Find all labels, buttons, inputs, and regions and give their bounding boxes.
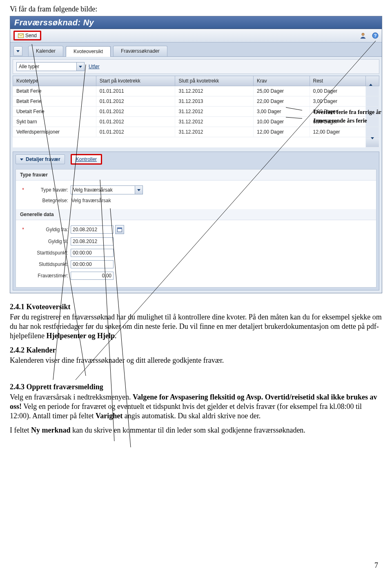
type-label: Type fravær: (24, 187, 71, 193)
form-area: Type fravær * Type fravær: Velg fraværså… (16, 169, 376, 288)
anno-innevarende: Inneværende års ferie (314, 116, 381, 125)
table-cell: 01.01.2011 (96, 86, 175, 96)
svg-rect-5 (118, 228, 122, 229)
scroll-down-button[interactable] (366, 137, 379, 147)
type-select-value: Velg fraværsårsak (73, 187, 113, 193)
table-cell: 31.12.2013 (175, 96, 254, 107)
table-row[interactable]: Betalt Ferie01.01.201231.12.201322,00 Da… (13, 96, 379, 107)
table-cell: 12,00 Dager (310, 127, 366, 137)
tab-kalender[interactable]: Kalender (28, 46, 63, 56)
table-cell: 01.01.2012 (96, 127, 175, 137)
fra-input[interactable] (71, 225, 114, 234)
section-title: Detaljer fravær (26, 156, 60, 162)
heading-243: 2.4.3 Opprett fraværsmelding (10, 382, 382, 392)
p244c: kan du skrive en kommentar til din leder… (72, 426, 305, 434)
col-rest[interactable]: Rest (310, 76, 366, 86)
envelope-icon (18, 33, 24, 38)
page-number: 7 (374, 561, 378, 570)
section-toggle[interactable]: Detaljer fravær (16, 154, 65, 164)
tabs-region: Kalender Kvoteoversikt Fraværssøknader (10, 42, 382, 57)
betegnelse-label: Betegnelse: (24, 198, 71, 203)
type-filter-value: Alle typer (19, 64, 39, 69)
scrollbar-track[interactable] (366, 96, 379, 107)
group-type: Type fravær (16, 170, 376, 181)
p243a: Velg en fraværsårsak i nedtrekksmenyen. (10, 393, 133, 401)
col-slutt[interactable]: Slutt på kvotetrekk (175, 76, 254, 86)
table-row[interactable]: Betalt Ferie01.01.201131.12.201225,00 Da… (13, 86, 379, 96)
type-select[interactable]: Velg fraværsårsak (71, 185, 143, 194)
group-general: Generelle data (16, 209, 376, 220)
anno-overfort: Overført ferie fra forrige år (314, 108, 381, 116)
window-title: Fraværssøknad: Ny (14, 18, 94, 27)
table-cell: 0,00 Dager (310, 86, 366, 96)
table-cell: Ubetalt Ferie (13, 107, 96, 117)
tabs-collapse-toggle[interactable] (13, 46, 22, 56)
p244b: Ny merknad (31, 426, 71, 434)
type-filter-select[interactable]: Alle typer (16, 62, 85, 71)
heading-242: 2.4.2 Kalender (10, 346, 382, 355)
table-cell: 22,00 Dager (254, 96, 310, 107)
chevron-down-icon (76, 62, 84, 71)
required-marker: * (20, 227, 24, 232)
tab-fravarssoknader[interactable]: Fraværssøknader (113, 46, 167, 56)
filter-row: Alle typer Utfør (13, 59, 379, 74)
p243e: angis automatisk. Du skal aldri skrive n… (125, 412, 261, 420)
til-label: Gyldig til: (24, 239, 71, 244)
table-cell: 12,00 Dager (254, 127, 310, 137)
required-marker: * (20, 187, 24, 193)
table-cell: 31.12.2012 (175, 117, 254, 127)
scrollbar-track[interactable] (366, 127, 379, 137)
heading-241: 2.4.1 Kvoteoversikt (10, 302, 382, 312)
p241b: Hjelpesenter og Hjelp (46, 332, 115, 340)
scrollbar-track[interactable] (366, 86, 379, 96)
table-cell: 31.12.2012 (175, 127, 254, 137)
timer-label: Fraværstimer: (24, 273, 71, 279)
table-cell: Betalt Ferie (13, 86, 96, 96)
timer-input[interactable] (71, 272, 114, 280)
fra-label: Gyldig fra: (24, 227, 71, 232)
chevron-down-icon (135, 186, 143, 194)
p241c: . (115, 332, 117, 340)
send-button[interactable]: Send (13, 31, 41, 40)
table-cell: 01.01.2012 (96, 96, 175, 107)
slutt-input[interactable] (71, 260, 114, 268)
intro-text: Vi får da fram følgende bilde: (0, 0, 392, 15)
table-cell: 01.01.2012 (96, 117, 175, 127)
table-cell: 01.01.2012 (96, 107, 175, 117)
fra-datepicker-button[interactable] (115, 225, 124, 234)
execute-link[interactable]: Utfør (89, 64, 100, 69)
details-section: Detaljer fravær Kontroller Type fravær *… (13, 152, 379, 290)
help-icon[interactable]: ? (372, 32, 379, 39)
table-header-row: Kvotetype Start på kvotetrekk Slutt på k… (13, 76, 379, 86)
table-cell: 10,00 Dager (254, 117, 310, 127)
tab-kvoteoversikt[interactable]: Kvoteoversikt (66, 46, 111, 57)
send-label: Send (25, 33, 37, 38)
p242: Kalenderen viser dine fraværssøknader og… (10, 356, 382, 365)
til-input[interactable] (71, 237, 114, 245)
p243d: Varighet (96, 412, 122, 420)
svg-point-1 (362, 33, 364, 36)
p244a: I feltet (10, 426, 31, 434)
table-cell: Betalt Ferie (13, 96, 96, 107)
table-cell: Sykt barn (13, 117, 96, 127)
table-cell: 31.12.2012 (175, 86, 254, 96)
svg-text:?: ? (374, 33, 377, 38)
table-row[interactable]: Velferdspermisjoner01.01.201231.12.20121… (13, 127, 379, 137)
slutt-label: Sluttidspunkt: (24, 261, 71, 267)
scroll-up-button[interactable] (366, 76, 379, 86)
start-label: Starttidspunkt: (24, 250, 71, 256)
kvoteoversikt-panel: Alle typer Utfør Kvotetype Start på kvot… (10, 57, 382, 293)
col-krav[interactable]: Krav (254, 76, 310, 86)
document-body: 2.4.1 Kvoteoversikt Før du registrerer e… (0, 293, 392, 435)
annotation-labels: Overført ferie fra forrige år Inneværend… (314, 108, 381, 125)
start-input[interactable] (71, 249, 114, 257)
user-icon[interactable] (360, 32, 366, 39)
kontroller-button[interactable]: Kontroller (71, 154, 102, 165)
col-start[interactable]: Start på kvotetrekk (96, 76, 175, 86)
betegnelse-value: Velg fraværsårsak (71, 198, 111, 203)
table-cell: 3,00 Dager (310, 96, 366, 107)
menubar: Send ? (10, 29, 382, 42)
app-window: Fraværssøknad: Ny Send (10, 16, 382, 293)
col-kvotetype[interactable]: Kvotetype (13, 76, 96, 86)
titlebar: Fraværssøknad: Ny (10, 16, 382, 29)
